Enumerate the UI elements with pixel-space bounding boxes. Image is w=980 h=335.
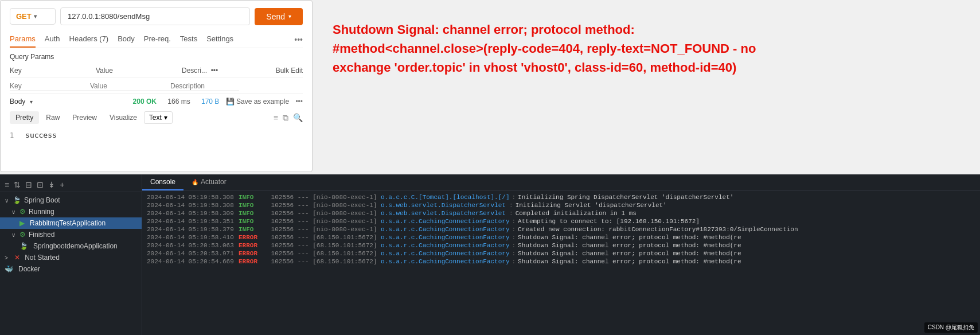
log-thread: [nio-8080-exec-1] xyxy=(313,194,381,201)
request-tabs: Params Auth Headers (7) Body Pre-req. Te… xyxy=(10,31,303,48)
log-level: INFO xyxy=(239,194,267,201)
line-num-1: 1 xyxy=(10,131,14,139)
play-icon: ▶ xyxy=(19,219,25,227)
docker-icon: 🐳 xyxy=(5,265,13,273)
format-select[interactable]: Text ▾ xyxy=(144,111,173,124)
log-class: o.s.a.r.c.CachingConnectionFactory xyxy=(381,218,509,225)
send-label: Send xyxy=(266,12,285,21)
toolbar-icon-add[interactable]: + xyxy=(60,180,64,189)
log-date: 2024-06-14 05:20:53.063 xyxy=(147,242,239,249)
method-select[interactable]: GET ▾ xyxy=(10,8,56,25)
send-button[interactable]: Send ▾ xyxy=(255,8,303,25)
col-val-header: Value xyxy=(96,67,182,75)
save-example-link[interactable]: 💾 Save as example xyxy=(224,98,289,106)
log-sep1: --- xyxy=(298,258,313,265)
toolbar-icon-sort[interactable]: ⇅ xyxy=(14,180,21,189)
tree-item-notstarted[interactable]: > ✕ Not Started xyxy=(0,252,142,263)
tree-item-running[interactable]: ∨ ⚙ Running xyxy=(0,206,142,217)
log-date: 2024-06-14 05:19:58.379 xyxy=(147,226,239,233)
log-level: ERROR xyxy=(239,250,267,257)
log-thread: [68.150.101:5672] xyxy=(313,250,381,257)
toolbar-icon-list[interactable]: ≡ xyxy=(5,180,9,189)
col-key-header: Key xyxy=(10,67,96,75)
log-line: 2024-06-14 05:19:58.308 INFO 102556 --- … xyxy=(142,193,980,201)
log-msg: Shutdown Signal: channel error; protocol… xyxy=(518,258,741,265)
tree-item-springbootdemo[interactable]: 🍃 SpringbootdemoApplication xyxy=(0,240,142,252)
log-class: o.s.a.r.c.CachingConnectionFactory xyxy=(381,242,509,249)
search-icon[interactable]: 🔍 xyxy=(293,113,303,123)
log-sep1: --- xyxy=(298,242,313,249)
body-more-icon[interactable]: ••• xyxy=(294,98,303,106)
log-date: 2024-06-14 05:19:58.410 xyxy=(147,234,239,241)
toolbar-icon-filter[interactable]: ⊡ xyxy=(37,180,44,189)
log-sep2: : xyxy=(509,210,513,217)
params-table: Key Value Descri... ••• Bulk Edit xyxy=(10,64,303,94)
tab-params[interactable]: Params xyxy=(10,31,36,48)
tab-settings[interactable]: Settings xyxy=(206,31,233,48)
log-line: 2024-06-14 05:19:58.379 INFO 102556 --- … xyxy=(142,225,980,233)
log-class: o.s.web.servlet.DispatcherServlet xyxy=(381,210,507,217)
tree-item-rabbitmq[interactable]: ▶ RabbitmqTestApplication xyxy=(0,217,142,229)
resp-tab-raw[interactable]: Raw xyxy=(40,111,65,124)
log-sep2: : xyxy=(509,202,513,209)
error-panel: Shutdown Signal: channel error; protocol… xyxy=(321,9,791,88)
tree-arrow-finished: ∨ xyxy=(11,232,15,238)
col-desc-header: Descri... ••• xyxy=(182,67,276,75)
copy-icon[interactable]: ⧉ xyxy=(283,113,288,123)
toolbar-icon-collapse[interactable]: ⊟ xyxy=(25,180,32,189)
log-thread: [68.150.101:5672] xyxy=(313,234,381,241)
log-sep2: : xyxy=(512,250,516,257)
url-input[interactable] xyxy=(60,7,250,25)
log-area: 2024-06-14 05:19:58.308 INFO 102556 --- … xyxy=(142,191,980,335)
tabs-more-icon[interactable]: ••• xyxy=(294,35,303,44)
desc-input[interactable] xyxy=(170,82,239,91)
resp-tab-visualize[interactable]: Visualize xyxy=(104,111,143,124)
status-time xyxy=(161,98,163,106)
send-chevron-icon: ▾ xyxy=(288,13,291,20)
tab-tests[interactable]: Tests xyxy=(180,31,197,48)
springboot-icon: 🍃 xyxy=(13,196,21,204)
log-level: INFO xyxy=(239,218,267,225)
log-pid: 102556 xyxy=(267,242,298,249)
body-label[interactable]: Body xyxy=(10,98,25,106)
key-input[interactable] xyxy=(10,82,90,91)
log-sep1: --- xyxy=(298,194,313,201)
log-sep1: --- xyxy=(298,202,313,209)
log-msg: Initializing Spring DispatcherServlet 'd… xyxy=(518,194,733,201)
format-label: Text xyxy=(149,114,162,122)
toolbar-icon-down[interactable]: ↡ xyxy=(48,180,55,189)
resp-tab-pretty[interactable]: Pretty xyxy=(10,111,39,124)
log-sep2: : xyxy=(512,218,516,225)
log-level: INFO xyxy=(239,226,267,233)
tab-headers[interactable]: Headers (7) xyxy=(69,31,109,48)
value-input[interactable] xyxy=(90,82,170,91)
tab-auth[interactable]: Auth xyxy=(45,31,60,48)
log-thread: [68.150.101:5672] xyxy=(313,242,381,249)
log-line: 2024-06-14 05:20:54.669 ERROR 102556 ---… xyxy=(142,258,980,266)
tab-body[interactable]: Body xyxy=(118,31,135,48)
springbootdemo-label: SpringbootdemoApplication xyxy=(33,242,118,250)
tree-item-finished[interactable]: ∨ ⚙ Finished xyxy=(0,229,142,240)
log-msg: Shutdown Signal: channel error; protocol… xyxy=(518,250,741,257)
log-level: ERROR xyxy=(239,258,267,265)
url-bar: GET ▾ Send ▾ xyxy=(10,7,303,25)
response-content: success xyxy=(25,131,57,139)
bulk-edit-button[interactable]: Bulk Edit xyxy=(276,67,303,75)
tree-item-docker[interactable]: 🐳 Docker xyxy=(0,263,142,275)
log-sep1: --- xyxy=(298,218,313,225)
console-tab-console[interactable]: Console xyxy=(142,174,183,190)
console-tab-actuator[interactable]: 🔥Actuator xyxy=(183,174,235,190)
status-sep xyxy=(195,98,197,106)
resp-tab-preview[interactable]: Preview xyxy=(67,111,103,124)
running-icon: ⚙ xyxy=(19,208,26,216)
wrap-icon[interactable]: ≡ xyxy=(274,113,278,123)
log-date: 2024-06-14 05:19:58.308 xyxy=(147,202,239,209)
tree-item-springboot[interactable]: ∨ 🍃 Spring Boot xyxy=(0,194,142,206)
log-class: o.s.a.r.c.CachingConnectionFactory xyxy=(381,258,509,265)
log-line: 2024-06-14 05:19:58.351 INFO 102556 --- … xyxy=(142,217,980,225)
rabbitmq-label: RabbitmqTestApplication xyxy=(30,219,106,227)
tab-prereq[interactable]: Pre-req. xyxy=(144,31,171,48)
log-pid: 102556 xyxy=(267,250,298,257)
console-area: Console 🔥Actuator 2024-06-14 05:19:58.30… xyxy=(142,174,980,335)
postman-panel: GET ▾ Send ▾ Params Auth Headers (7) Bod… xyxy=(0,0,313,172)
